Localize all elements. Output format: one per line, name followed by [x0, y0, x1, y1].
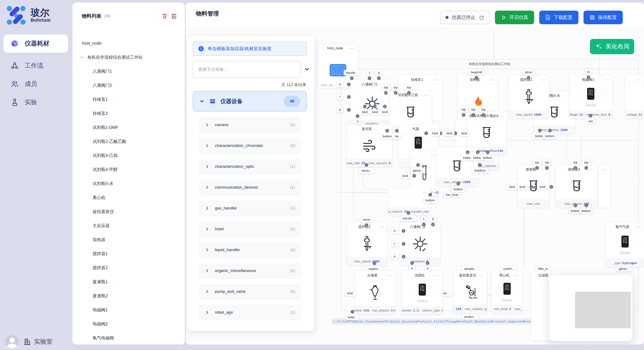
port-dot[interactable]: > — [486, 151, 490, 154]
port-dot[interactable]: > — [347, 95, 351, 99]
tree-item[interactable]: host_node — [72, 36, 185, 50]
collapse-list-icon[interactable] — [171, 13, 177, 19]
port-dot[interactable]: > — [574, 204, 577, 207]
tree-item[interactable]: 旋转蒸发仪 — [72, 204, 185, 219]
port-dot[interactable]: > — [548, 129, 552, 133]
category-item-pump_and_valve[interactable]: pump_and_valve(4) — [199, 284, 301, 299]
node-menu-icon[interactable]: ••• — [430, 153, 436, 157]
node-menu-icon[interactable]: ••• — [604, 78, 610, 82]
port-dot[interactable]: > — [536, 166, 539, 170]
section-instruments[interactable]: 仪器设备 49 — [193, 91, 307, 111]
port-dot[interactable]: > — [416, 163, 420, 167]
node-menu-icon[interactable]: ••• — [388, 274, 393, 277]
tree-item[interactable]: 搅拌器1 — [72, 247, 185, 261]
port-dot[interactable]: > — [530, 185, 533, 189]
port-dot[interactable]: > — [428, 193, 432, 197]
port-dot[interactable]: > — [394, 91, 398, 95]
avatar[interactable] — [6, 335, 19, 348]
trash-icon[interactable] — [162, 13, 168, 19]
port-dot[interactable]: > — [475, 76, 478, 80]
port-dot[interactable]: > — [365, 223, 368, 227]
port-dot[interactable]: > — [545, 166, 549, 170]
port-dot[interactable]: > — [456, 182, 460, 186]
port-dot[interactable]: > — [550, 185, 553, 189]
category-item-characterization_optic[interactable]: characterization_optic(1) — [199, 159, 301, 174]
category-item-robot_agv[interactable]: robot_agv(1) — [199, 305, 301, 320]
port-dot[interactable]: > — [377, 77, 381, 80]
tree-item[interactable]: 试剂瓶4-甲醇 — [72, 163, 185, 176]
node-menu-icon[interactable]: ••• — [498, 114, 504, 118]
tree-item[interactable]: 试剂瓶3-己烷 — [72, 149, 185, 163]
sidebar-item-members[interactable]: 成员 — [4, 75, 68, 93]
port-dot[interactable]: > — [402, 229, 406, 233]
canvas-node-搅拌器2[interactable]: 搅拌器2•••max_speed: 2000 — [346, 222, 388, 266]
refresh-icon[interactable] — [479, 15, 484, 20]
canvas-node-搅拌器1[interactable]: 搅拌器1•••max_speed: 2000 — [508, 75, 549, 119]
node-menu-icon[interactable]: ••• — [514, 274, 520, 277]
tree-item[interactable]: 加热器 — [72, 233, 185, 247]
start-simulation-button[interactable]: 开启仿真 — [495, 11, 534, 24]
node-menu-icon[interactable]: ••• — [490, 78, 495, 82]
node-menu-icon[interactable]: ••• — [430, 127, 436, 131]
node-menu-icon[interactable]: ••• — [602, 168, 608, 172]
port-dot[interactable]: > — [422, 223, 426, 226]
node-menu-icon[interactable]: ••• — [350, 47, 355, 50]
port-dot[interactable]: > — [373, 262, 376, 265]
port-dot[interactable]: > — [431, 223, 435, 226]
node-menu-icon[interactable]: ••• — [435, 274, 440, 277]
tree-item[interactable]: 转移泵2 — [72, 106, 185, 120]
category-item-gas_handler[interactable]: gas_handler(1) — [199, 201, 301, 216]
tree-item[interactable]: 电磁阀1 — [72, 303, 185, 317]
node-menu-icon[interactable]: ••• — [636, 225, 641, 229]
canvas-node-离心机[interactable]: 离心机•••Device 40min_temp: 4max_spe — [492, 271, 522, 313]
port-dot[interactable]: > — [426, 261, 430, 265]
port-dot[interactable]: > — [410, 261, 414, 265]
tree-item[interactable]: 离心机 — [72, 190, 185, 204]
port-dot[interactable]: > — [351, 310, 354, 314]
canvas-node-八通阀门2[interactable]: 八通阀门2•••positions: 8 — [400, 222, 440, 266]
canvas-node[interactable]: ••• — [598, 165, 610, 208]
node-menu-icon[interactable]: ••• — [541, 78, 546, 82]
port-dot[interactable]: > — [478, 163, 482, 167]
canvas-node-分液器[interactable]: 分液器•••volume: 250has_phases: true — [354, 271, 396, 315]
port-dot[interactable]: > — [373, 105, 377, 108]
tree-item[interactable]: 有机化学流程综合测试工作站 — [72, 50, 185, 64]
port-dot[interactable]: > — [584, 204, 588, 207]
tree-item[interactable]: 电磁阀2 — [72, 317, 185, 331]
node-menu-icon[interactable]: ••• — [479, 274, 484, 277]
port-dot[interactable]: > — [424, 132, 428, 135]
tree-item[interactable]: 废液瓶2 — [72, 289, 185, 303]
port-dot[interactable]: > — [527, 76, 530, 80]
port-dot[interactable]: > — [402, 255, 406, 259]
sidebar-item-workflow[interactable]: 工作流 — [4, 57, 68, 75]
node-menu-icon[interactable]: ••• — [590, 168, 595, 172]
tree-item[interactable]: 废液瓶1 — [72, 275, 185, 289]
tree-item[interactable]: 氢气电磁阀 — [72, 331, 185, 345]
chevron-down-icon[interactable] — [80, 55, 84, 59]
port-dot[interactable]: > — [350, 77, 354, 80]
port-dot[interactable]: > — [384, 91, 388, 95]
port-dot[interactable]: > — [383, 105, 387, 108]
tree-item[interactable]: 八通阀门1 — [72, 64, 185, 78]
tree-item[interactable]: 试剂瓶5-水 — [72, 176, 185, 190]
port-dot[interactable]: > — [365, 163, 368, 167]
sidebar-item-instruments[interactable]: 仪器耗材 — [4, 34, 68, 53]
node-menu-icon[interactable]: ••• — [470, 150, 475, 153]
canvas-node-洗脱柱[interactable]: 洗脱柱•••Devicediameter: 2.5column_type: si — [402, 271, 443, 315]
port-dot[interactable]: > — [368, 77, 372, 80]
category-item-communication_devices[interactable]: communication_devices(1) — [199, 180, 301, 195]
node-menu-icon[interactable]: ••• — [636, 78, 641, 82]
port-dot[interactable]: > — [363, 105, 367, 108]
node-menu-icon[interactable]: ••• — [423, 190, 428, 194]
canvas-node[interactable]: •••voltage: 12 — [625, 75, 644, 119]
canvas-node[interactable]: •••max_volume: 2000 — [436, 147, 478, 186]
tree-item[interactable]: 转移泵1 — [72, 92, 185, 106]
tree-item[interactable]: 搅拌器2 — [72, 261, 185, 275]
port-dot[interactable]: > — [587, 76, 590, 79]
node-menu-icon[interactable]: ••• — [379, 225, 384, 229]
category-item-organic_miscellaneous[interactable]: organic_miscellaneous(2) — [199, 263, 301, 278]
port-dot[interactable]: > — [407, 91, 411, 95]
port-dot[interactable]: > — [462, 113, 466, 117]
tree-item[interactable]: 试剂瓶2-乙酸乙酯 — [72, 134, 185, 149]
beautify-layout-button[interactable]: 美化布局 — [590, 39, 634, 54]
